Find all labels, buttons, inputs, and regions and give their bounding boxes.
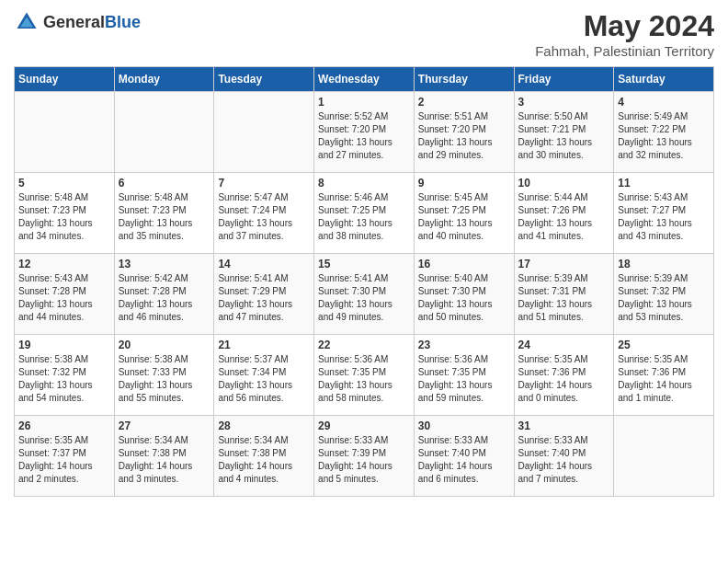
day-number: 23 bbox=[418, 339, 510, 351]
day-number: 8 bbox=[318, 177, 410, 190]
calendar-cell: 16Sunrise: 5:40 AM Sunset: 7:30 PM Dayli… bbox=[414, 254, 514, 335]
day-of-week-header: Sunday bbox=[15, 67, 115, 92]
day-number: 22 bbox=[318, 339, 410, 351]
day-info: Sunrise: 5:38 AM Sunset: 7:32 PM Dayligh… bbox=[18, 353, 110, 405]
day-info: Sunrise: 5:39 AM Sunset: 7:31 PM Dayligh… bbox=[518, 272, 610, 324]
calendar-cell: 5Sunrise: 5:48 AM Sunset: 7:23 PM Daylig… bbox=[15, 173, 115, 254]
calendar-cell bbox=[114, 92, 214, 173]
calendar-cell: 7Sunrise: 5:47 AM Sunset: 7:24 PM Daylig… bbox=[214, 173, 314, 254]
day-of-week-header: Tuesday bbox=[214, 67, 314, 92]
calendar-cell: 14Sunrise: 5:41 AM Sunset: 7:29 PM Dayli… bbox=[214, 254, 314, 335]
day-info: Sunrise: 5:38 AM Sunset: 7:33 PM Dayligh… bbox=[119, 353, 210, 405]
day-info: Sunrise: 5:35 AM Sunset: 7:36 PM Dayligh… bbox=[618, 353, 710, 405]
day-number: 15 bbox=[318, 258, 410, 270]
calendar-cell: 27Sunrise: 5:34 AM Sunset: 7:38 PM Dayli… bbox=[114, 416, 214, 497]
calendar-cell: 18Sunrise: 5:39 AM Sunset: 7:32 PM Dayli… bbox=[614, 254, 714, 335]
day-info: Sunrise: 5:46 AM Sunset: 7:25 PM Dayligh… bbox=[318, 191, 410, 243]
day-info: Sunrise: 5:50 AM Sunset: 7:21 PM Dayligh… bbox=[518, 110, 610, 162]
day-info: Sunrise: 5:41 AM Sunset: 7:29 PM Dayligh… bbox=[218, 272, 310, 324]
day-number: 20 bbox=[119, 339, 210, 351]
day-info: Sunrise: 5:33 AM Sunset: 7:40 PM Dayligh… bbox=[518, 434, 610, 486]
calendar-cell: 10Sunrise: 5:44 AM Sunset: 7:26 PM Dayli… bbox=[514, 173, 614, 254]
logo-text-blue: Blue bbox=[105, 13, 141, 31]
calendar-cell: 20Sunrise: 5:38 AM Sunset: 7:33 PM Dayli… bbox=[114, 335, 214, 416]
day-info: Sunrise: 5:48 AM Sunset: 7:23 PM Dayligh… bbox=[119, 191, 210, 243]
day-info: Sunrise: 5:36 AM Sunset: 7:35 PM Dayligh… bbox=[418, 353, 510, 405]
day-info: Sunrise: 5:43 AM Sunset: 7:27 PM Dayligh… bbox=[618, 191, 710, 243]
calendar-cell: 15Sunrise: 5:41 AM Sunset: 7:30 PM Dayli… bbox=[314, 254, 415, 335]
logo: GeneralBlue bbox=[14, 9, 141, 35]
day-number: 21 bbox=[218, 339, 310, 351]
calendar-cell: 3Sunrise: 5:50 AM Sunset: 7:21 PM Daylig… bbox=[514, 92, 614, 173]
day-number: 11 bbox=[618, 177, 710, 190]
day-number: 30 bbox=[418, 419, 510, 432]
day-info: Sunrise: 5:49 AM Sunset: 7:22 PM Dayligh… bbox=[618, 110, 710, 162]
calendar-cell: 9Sunrise: 5:45 AM Sunset: 7:25 PM Daylig… bbox=[414, 173, 514, 254]
day-of-week-header: Saturday bbox=[614, 67, 714, 92]
day-of-week-header: Thursday bbox=[414, 67, 514, 92]
calendar-cell: 6Sunrise: 5:48 AM Sunset: 7:23 PM Daylig… bbox=[114, 173, 214, 254]
calendar-cell: 22Sunrise: 5:36 AM Sunset: 7:35 PM Dayli… bbox=[314, 335, 415, 416]
day-info: Sunrise: 5:37 AM Sunset: 7:34 PM Dayligh… bbox=[218, 353, 310, 405]
day-number: 7 bbox=[218, 177, 310, 190]
day-info: Sunrise: 5:33 AM Sunset: 7:40 PM Dayligh… bbox=[418, 434, 510, 486]
calendar-week-row: 19Sunrise: 5:38 AM Sunset: 7:32 PM Dayli… bbox=[15, 335, 714, 416]
calendar-cell: 28Sunrise: 5:34 AM Sunset: 7:38 PM Dayli… bbox=[214, 416, 314, 497]
day-number: 2 bbox=[418, 96, 510, 109]
day-of-week-header: Monday bbox=[114, 67, 214, 92]
day-of-week-header: Wednesday bbox=[314, 67, 415, 92]
calendar-cell: 25Sunrise: 5:35 AM Sunset: 7:36 PM Dayli… bbox=[614, 335, 714, 416]
logo-icon bbox=[14, 9, 40, 35]
calendar-cell: 24Sunrise: 5:35 AM Sunset: 7:36 PM Dayli… bbox=[514, 335, 614, 416]
day-number: 4 bbox=[618, 96, 710, 109]
calendar-cell: 12Sunrise: 5:43 AM Sunset: 7:28 PM Dayli… bbox=[15, 254, 115, 335]
calendar-week-row: 26Sunrise: 5:35 AM Sunset: 7:37 PM Dayli… bbox=[15, 416, 714, 497]
calendar-cell: 2Sunrise: 5:51 AM Sunset: 7:20 PM Daylig… bbox=[414, 92, 514, 173]
day-number: 24 bbox=[518, 339, 610, 351]
calendar-cell: 23Sunrise: 5:36 AM Sunset: 7:35 PM Dayli… bbox=[414, 335, 514, 416]
day-info: Sunrise: 5:40 AM Sunset: 7:30 PM Dayligh… bbox=[418, 272, 510, 324]
day-info: Sunrise: 5:47 AM Sunset: 7:24 PM Dayligh… bbox=[218, 191, 310, 243]
calendar-cell: 4Sunrise: 5:49 AM Sunset: 7:22 PM Daylig… bbox=[614, 92, 714, 173]
day-info: Sunrise: 5:33 AM Sunset: 7:39 PM Dayligh… bbox=[318, 434, 410, 486]
day-number: 16 bbox=[418, 258, 510, 270]
day-info: Sunrise: 5:44 AM Sunset: 7:26 PM Dayligh… bbox=[518, 191, 610, 243]
calendar-cell: 29Sunrise: 5:33 AM Sunset: 7:39 PM Dayli… bbox=[314, 416, 415, 497]
calendar-cell: 26Sunrise: 5:35 AM Sunset: 7:37 PM Dayli… bbox=[15, 416, 115, 497]
title-block: May 2024 Fahmah, Palestinian Territory bbox=[535, 9, 714, 59]
day-number: 26 bbox=[18, 419, 110, 432]
calendar-cell: 30Sunrise: 5:33 AM Sunset: 7:40 PM Dayli… bbox=[414, 416, 514, 497]
day-number: 13 bbox=[119, 258, 210, 270]
day-info: Sunrise: 5:45 AM Sunset: 7:25 PM Dayligh… bbox=[418, 191, 510, 243]
day-info: Sunrise: 5:41 AM Sunset: 7:30 PM Dayligh… bbox=[318, 272, 410, 324]
day-number: 25 bbox=[618, 339, 710, 351]
day-number: 10 bbox=[518, 177, 610, 190]
day-info: Sunrise: 5:52 AM Sunset: 7:20 PM Dayligh… bbox=[318, 110, 410, 162]
day-info: Sunrise: 5:43 AM Sunset: 7:28 PM Dayligh… bbox=[18, 272, 110, 324]
day-number: 27 bbox=[119, 419, 210, 432]
day-number: 5 bbox=[18, 177, 110, 190]
day-number: 9 bbox=[418, 177, 510, 190]
calendar-week-row: 5Sunrise: 5:48 AM Sunset: 7:23 PM Daylig… bbox=[15, 173, 714, 254]
day-info: Sunrise: 5:48 AM Sunset: 7:23 PM Dayligh… bbox=[18, 191, 110, 243]
day-number: 29 bbox=[318, 419, 410, 432]
day-number: 19 bbox=[18, 339, 110, 351]
month-year-title: May 2024 bbox=[535, 9, 714, 43]
page-header: GeneralBlue May 2024 Fahmah, Palestinian… bbox=[14, 9, 714, 59]
calendar-cell bbox=[614, 416, 714, 497]
day-info: Sunrise: 5:51 AM Sunset: 7:20 PM Dayligh… bbox=[418, 110, 510, 162]
calendar-cell: 11Sunrise: 5:43 AM Sunset: 7:27 PM Dayli… bbox=[614, 173, 714, 254]
day-info: Sunrise: 5:34 AM Sunset: 7:38 PM Dayligh… bbox=[119, 434, 210, 486]
calendar-cell: 21Sunrise: 5:37 AM Sunset: 7:34 PM Dayli… bbox=[214, 335, 314, 416]
calendar-header-row: SundayMondayTuesdayWednesdayThursdayFrid… bbox=[15, 67, 714, 92]
day-number: 17 bbox=[518, 258, 610, 270]
calendar-cell: 17Sunrise: 5:39 AM Sunset: 7:31 PM Dayli… bbox=[514, 254, 614, 335]
day-info: Sunrise: 5:34 AM Sunset: 7:38 PM Dayligh… bbox=[218, 434, 310, 486]
calendar-cell: 1Sunrise: 5:52 AM Sunset: 7:20 PM Daylig… bbox=[314, 92, 415, 173]
day-info: Sunrise: 5:35 AM Sunset: 7:36 PM Dayligh… bbox=[518, 353, 610, 405]
day-info: Sunrise: 5:39 AM Sunset: 7:32 PM Dayligh… bbox=[618, 272, 710, 324]
day-info: Sunrise: 5:35 AM Sunset: 7:37 PM Dayligh… bbox=[18, 434, 110, 486]
day-number: 1 bbox=[318, 96, 410, 109]
calendar-cell: 19Sunrise: 5:38 AM Sunset: 7:32 PM Dayli… bbox=[15, 335, 115, 416]
day-info: Sunrise: 5:36 AM Sunset: 7:35 PM Dayligh… bbox=[318, 353, 410, 405]
